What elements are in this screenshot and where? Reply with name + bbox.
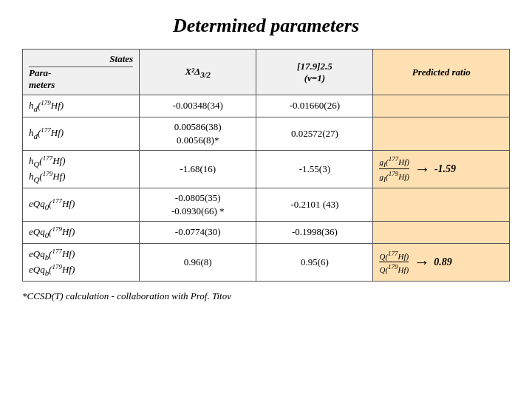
param-cell: hd(177Hf) [23,117,140,150]
bracket-cell: 0.95(6) [256,243,373,281]
header-chi2: X²Δ3/2 [140,50,256,95]
chi2-cell: -0.00348(34) [140,95,256,117]
predicted-cell: gI(177Hf) gI(179Hf) → -1.59 [373,150,510,188]
page-title: Determined parameters [173,15,359,37]
main-table: States Para-meters X²Δ3/2 [17.9]2.5(ν=1)… [22,49,510,282]
bracket-cell: -0.01660(26) [256,95,373,117]
param-cell: eQqb(177Hf) eQqb(179Hf) [23,243,140,281]
bracket-cell: -0.1998(36) [256,221,373,243]
table-row: eQqb(177Hf) eQqb(179Hf) 0.96(8) 0.95(6) … [23,243,510,281]
param-cell: eQq0(177Hf) [23,188,140,221]
predicted-cell: Q(177Hf) Q(179Hf) → 0.89 [373,243,510,281]
bracket-cell: 0.02572(27) [256,117,373,150]
table-row: hQ(177Hf) hQ(179Hf) -1.68(16) -1.55(3) g… [23,150,510,188]
bracket-cell: -1.55(3) [256,150,373,188]
header-predicted: Predicted ratio [373,50,510,95]
predicted-cell [373,188,510,221]
param-cell: eQq0(179Hf) [23,221,140,243]
header-states-params: States Para-meters [23,50,140,95]
chi2-cell: -0.0805(35) -0.0930(66) * [140,188,256,221]
predicted-cell [373,117,510,150]
predicted-cell [373,221,510,243]
chi2-cell: -1.68(16) [140,150,256,188]
table-row: hd(177Hf) 0.00586(38) 0.0056(8)* 0.02572… [23,117,510,150]
chi2-cell: -0.0774(30) [140,221,256,243]
predicted-cell [373,95,510,117]
header-bracket: [17.9]2.5(ν=1) [256,50,373,95]
footnote: *CCSD(T) calculation - collaboration wit… [22,290,510,302]
table-row: eQq0(179Hf) -0.0774(30) -0.1998(36) [23,221,510,243]
param-cell: hd(179Hf) [23,95,140,117]
param-cell: hQ(177Hf) hQ(179Hf) [23,150,140,188]
chi2-cell: 0.96(8) [140,243,256,281]
table-row: hd(179Hf) -0.00348(34) -0.01660(26) [23,95,510,117]
table-row: eQq0(177Hf) -0.0805(35) -0.0930(66) * -0… [23,188,510,221]
table-wrapper: States Para-meters X²Δ3/2 [17.9]2.5(ν=1)… [22,49,510,282]
chi2-cell: 0.00586(38) 0.0056(8)* [140,117,256,150]
bracket-cell: -0.2101 (43) [256,188,373,221]
